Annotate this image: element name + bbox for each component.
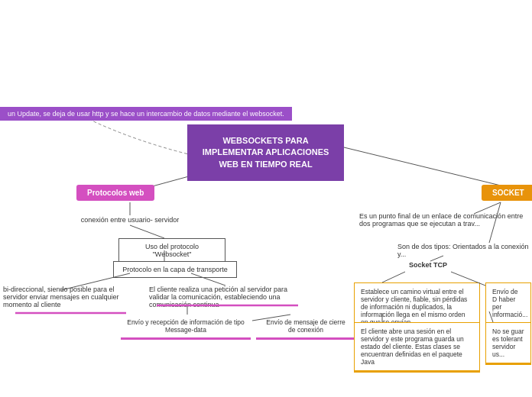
svg-line-8 [344,147,501,186]
cliente-peticion-text: El cliente realiza una petición al servi… [149,286,290,308]
protocolos-web-label: Protocolos web [87,189,144,197]
socket-tcp-text: Socket TCP [390,261,466,269]
envio-d-box: Envío de D haber per informació... [485,282,531,325]
socket-desc-text: Es un punto final de un enlace de comuni… [359,212,527,228]
bi-directional-text: bi-direccional, siendo posible para el s… [0,284,126,310]
no-se-guarda-box: No se guar es tolerant servidor us... [485,322,531,365]
protocolos-web-box: Protocolos web [76,185,154,201]
info-bar-text: un Update, se deja de usar http y se hac… [8,110,284,118]
conexion-usuario-text: conexión entre usuario- servidor [61,216,199,224]
cliente-abre-box: El cliente abre una sesión en el servido… [354,322,480,373]
uso-protocolo-box: Uso del protocolo "Websocket" [118,238,225,263]
svg-line-2 [130,225,164,238]
dos-tipos-text: Son de dos tipos: Orientados a la conexi… [397,243,531,258]
protocolo-capa-box: Protocolo en la capa de transporte [113,261,237,278]
socket-label: SOCKET [492,189,524,197]
title-line1: WEBSOCKETS PARA [195,135,336,147]
socket-box: SOCKET [482,185,532,201]
title-box: WEBSOCKETS PARA IMPLEMENTAR APLICACIONES… [187,124,344,181]
envio-recepcion-box: Envío y recepción de información de tipo… [121,315,251,340]
envio-cierre-box: Envío de mensaje de cierre de conexión [256,315,355,340]
info-bar: un Update, se deja de usar http y se hac… [0,107,292,121]
svg-line-12 [382,272,405,282]
title-line3: WEB EN TIEMPO REAL [195,159,336,170]
title-line2: IMPLEMENTAR APLICACIONES [195,147,336,158]
